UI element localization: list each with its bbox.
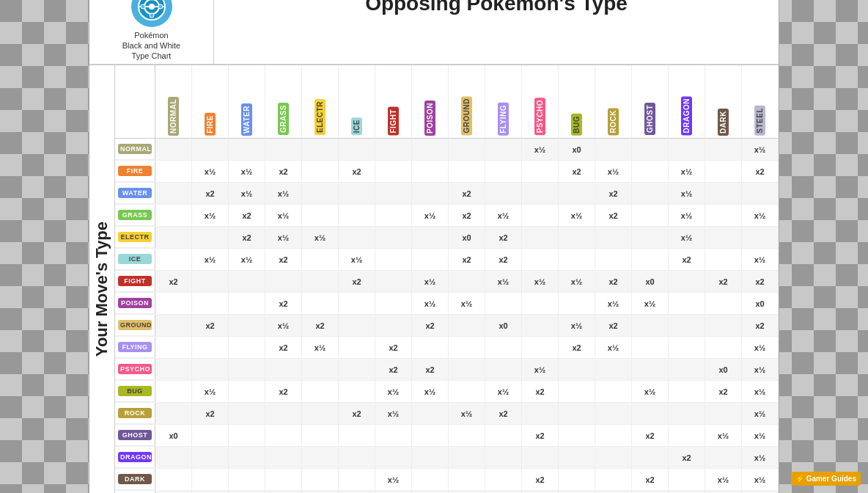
table-row: DARKx½x2x2x½x½ xyxy=(115,469,779,491)
data-cell: x2 xyxy=(412,359,449,380)
data-cell xyxy=(449,447,485,468)
data-cell xyxy=(559,469,595,490)
corner-text: Pokémon Black and White Type Chart xyxy=(122,30,180,62)
data-cell: x½ xyxy=(559,205,595,226)
data-cell: x2 xyxy=(265,293,302,314)
data-cell xyxy=(669,139,705,160)
data-cell xyxy=(375,161,412,182)
data-cell: x½ xyxy=(302,227,339,248)
data-cell xyxy=(485,293,522,314)
data-cell: x2 xyxy=(192,183,229,204)
table-row: FIGHTx2x2x½x½x½x½x2x0x2x2 xyxy=(115,271,779,293)
data-cell xyxy=(302,447,339,468)
data-cell xyxy=(485,183,522,204)
data-cell xyxy=(669,469,705,490)
data-cell: x2 xyxy=(595,315,632,336)
data-cell xyxy=(705,315,742,336)
data-cell: x2 xyxy=(229,205,265,226)
data-cell: x0 xyxy=(559,139,595,160)
col-header-dragon: DRAGON xyxy=(669,65,705,139)
data-cell: x½ xyxy=(742,205,779,226)
data-cell xyxy=(192,425,229,446)
data-cell: x½ xyxy=(265,315,302,336)
data-cell xyxy=(559,381,595,402)
data-cell xyxy=(449,337,485,358)
data-cell xyxy=(375,249,412,270)
data-cell: x½ xyxy=(595,293,632,314)
data-cell: x½ xyxy=(742,425,779,446)
watermark: ⚡ Gamer Guides xyxy=(791,472,861,486)
row-type-water: WATER xyxy=(115,183,155,204)
data-cell xyxy=(632,139,669,160)
data-cell xyxy=(449,161,485,182)
data-cell: x½ xyxy=(742,447,779,468)
row-type-poison: POISON xyxy=(115,293,155,314)
data-cell xyxy=(265,271,302,292)
data-cell: x½ xyxy=(412,271,449,292)
data-cell: x2 xyxy=(155,271,192,292)
data-cell xyxy=(155,139,192,160)
data-cell: x2 xyxy=(595,183,632,204)
data-cell: x½ xyxy=(742,469,779,490)
data-cell xyxy=(559,403,595,424)
data-cell xyxy=(485,161,522,182)
data-cell xyxy=(522,249,559,270)
col-header-bug: BUG xyxy=(559,65,595,139)
data-cell xyxy=(559,183,595,204)
page-title: Opposing Pokémon's Type xyxy=(214,0,779,65)
data-cell xyxy=(155,293,192,314)
data-cell: x2 xyxy=(705,271,742,292)
svg-point-6 xyxy=(141,4,145,9)
data-cell: x½ xyxy=(522,271,559,292)
data-rows: NORMALx½x0x½FIREx½x½x2x2x2x½x½x2WATERx2x… xyxy=(115,139,779,493)
data-cell xyxy=(632,403,669,424)
data-cell xyxy=(595,139,632,160)
data-cell: x½ xyxy=(485,271,522,292)
data-cell: x½ xyxy=(192,205,229,226)
data-cell xyxy=(595,227,632,248)
data-cell xyxy=(485,359,522,380)
logo xyxy=(131,0,172,27)
data-cell xyxy=(375,425,412,446)
data-cell xyxy=(412,447,449,468)
table-row: PSYCHOx2x2x½x0x½ xyxy=(115,359,779,381)
data-cell: x½ xyxy=(669,205,705,226)
data-cell: x½ xyxy=(485,381,522,402)
data-cell xyxy=(705,293,742,314)
table-row: NORMALx½x0x½ xyxy=(115,139,779,161)
data-cell: x½ xyxy=(559,315,595,336)
data-cell xyxy=(742,183,779,204)
data-cell xyxy=(449,139,485,160)
data-cell xyxy=(449,381,485,402)
data-cell xyxy=(375,183,412,204)
data-cell xyxy=(375,227,412,248)
your-moves-wrapper: Your Move's Type xyxy=(89,65,115,493)
data-cell: x2 xyxy=(229,227,265,248)
col-headers-row: NORMALFIREWATERGRASSELECTRICEFIGHTPOISON… xyxy=(115,65,779,139)
data-cell: x½ xyxy=(522,139,559,160)
data-cell xyxy=(302,403,339,424)
row-type-fight: FIGHT xyxy=(115,271,155,292)
col-header-steel: STEEL xyxy=(742,65,779,139)
data-cell xyxy=(265,447,302,468)
data-cell: x2 xyxy=(522,381,559,402)
grid-wrapper: Your Move's Type NORMALFIREWATERGRASSELE… xyxy=(89,65,779,493)
data-cell xyxy=(375,315,412,336)
data-cell: x½ xyxy=(339,249,375,270)
svg-point-7 xyxy=(158,4,163,9)
data-cell xyxy=(155,403,192,424)
data-cell xyxy=(302,249,339,270)
data-cell: x2 xyxy=(669,249,705,270)
data-cell xyxy=(705,161,742,182)
data-cell xyxy=(192,293,229,314)
data-cell xyxy=(595,447,632,468)
data-cell xyxy=(339,293,375,314)
data-cell: x2 xyxy=(485,403,522,424)
data-cell xyxy=(155,249,192,270)
data-cell xyxy=(449,425,485,446)
data-cell xyxy=(265,469,302,490)
data-cell: x0 xyxy=(742,293,779,314)
data-cell xyxy=(595,425,632,446)
data-cell xyxy=(302,381,339,402)
data-cell xyxy=(632,205,669,226)
